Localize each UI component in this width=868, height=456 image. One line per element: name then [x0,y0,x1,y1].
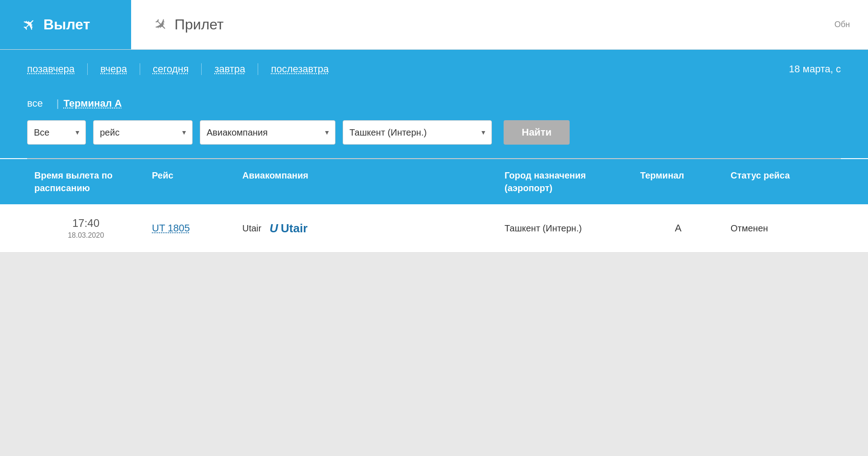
terminal-a-tab[interactable]: Терминал А [63,98,131,109]
cell-flight-0: UT 1805 [145,210,235,247]
utair-u-letter: U [269,221,278,235]
cell-airline-0: Utair U Utair [235,209,497,248]
departure-icon: ✈ [18,13,41,36]
flight-filter-wrap: рейс ▼ [93,120,193,145]
all-filter-wrap: Все ▼ [27,120,86,145]
table-header: Время вылета по расписанию Рейс Авиакомп… [0,159,868,204]
date-segodnya[interactable]: сегодня [140,63,202,75]
destination-select[interactable]: Ташкент (Интерн.) [343,120,492,145]
cell-destination-0: Ташкент (Интерн.) [497,211,633,246]
airline-name: Utair [242,223,261,234]
date-navigation: позавчера вчера сегодня завтра послезавт… [0,50,868,89]
update-label: Обн [816,0,868,49]
date-vchera[interactable]: вчера [88,63,140,75]
tab-departure[interactable]: ✈ Вылет [0,0,131,49]
utair-logo-text: Utair [281,221,307,235]
date-nav-links: позавчера вчера сегодня завтра послезавт… [27,63,341,75]
airline-select[interactable]: Авиакомпания [200,120,335,145]
header-time: Время вылета по расписанию [27,159,145,204]
flight-time: 17:40 [34,217,137,230]
search-button[interactable]: Найти [504,120,570,145]
header-status: Статус рейса [723,159,841,204]
terminal-tabs: все | Терминал А [27,98,841,109]
all-select[interactable]: Все [27,120,86,145]
header-terminal: Терминал [633,159,723,204]
arrival-label: Прилет [175,16,224,33]
cell-status-0: Отменен [723,211,841,246]
filter-section: все | Терминал А Все ▼ рейс ▼ Авиакомпан… [0,89,868,158]
dest-filter-wrap: Ташкент (Интерн.) ▼ [343,120,492,145]
terminal-divider: | [57,98,59,109]
header-flight: Рейс [145,159,235,204]
flight-select[interactable]: рейс [93,120,193,145]
table-row: 17:40 18.03.2020 UT 1805 Utair U Utair Т… [0,204,868,253]
cell-time-0: 17:40 18.03.2020 [27,204,145,252]
flight-table: Время вылета по расписанию Рейс Авиакомп… [0,158,868,253]
departure-label: Вылет [43,16,90,33]
terminal-all-tab[interactable]: все [27,98,52,109]
flight-number-link[interactable]: UT 1805 [152,222,190,234]
airline-filter-wrap: Авиакомпания ▼ [200,120,335,145]
filter-row: Все ▼ рейс ▼ Авиакомпания ▼ Ташкент (Инт… [27,120,841,145]
tab-arrival[interactable]: ✈ Прилет [131,0,246,49]
arrival-icon: ✈ [149,13,172,36]
date-poslezavtra[interactable]: послезавтра [258,63,341,75]
current-date: 18 марта, с [789,63,841,75]
header-tabs: ✈ Вылет ✈ Прилет Обн [0,0,868,50]
date-pozavchera[interactable]: позавчера [27,63,88,75]
cell-terminal-0: А [633,210,723,247]
flight-date: 18.03.2020 [34,231,137,240]
header-airline: Авиакомпания [235,159,497,204]
utair-logo: U Utair [269,221,307,235]
date-zavtra[interactable]: завтра [202,63,258,75]
header-destination: Город назначения (аэропорт) [497,159,633,204]
